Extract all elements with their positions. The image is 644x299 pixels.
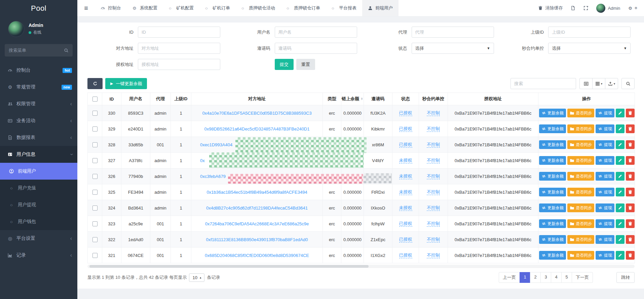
- page-size-dropdown[interactable]: 10 ▴: [189, 273, 204, 282]
- row-checkbox[interactable]: [92, 253, 98, 258]
- delete-button[interactable]: [626, 203, 635, 212]
- status-editable[interactable]: 未授权: [399, 174, 412, 179]
- edit-button[interactable]: [616, 140, 624, 149]
- 是否同步-button[interactable]: 是否同步: [567, 172, 594, 181]
- status-editable[interactable]: 已授权: [399, 221, 412, 227]
- status-editable[interactable]: 已授权: [399, 253, 412, 258]
- sidebar-subitem[interactable]: ○用户钱包: [0, 213, 77, 230]
- fullscreen-button[interactable]: [583, 6, 588, 10]
- status-editable[interactable]: 未授权: [399, 205, 412, 211]
- clear-cache-button[interactable]: 清除缓存: [538, 5, 563, 11]
- 更新余额-button[interactable]: 更新余额: [539, 124, 566, 133]
- 更新余额-button[interactable]: 更新余额: [539, 140, 566, 149]
- control-editable[interactable]: 不控制: [427, 110, 440, 116]
- address-link[interactable]: 0x4a10e70E6a1DF5A5CEBC0d05B1D75C8B388593…: [202, 111, 311, 116]
- row-checkbox[interactable]: [92, 142, 98, 147]
- row-checkbox[interactable]: [92, 237, 98, 242]
- status-editable[interactable]: 已授权: [399, 110, 412, 116]
- page-button[interactable]: 1: [520, 272, 530, 283]
- columns-button[interactable]: ▾: [592, 78, 605, 89]
- column-header[interactable]: 秒合约单控: [419, 93, 448, 105]
- delete-button[interactable]: [626, 124, 635, 133]
- 更新余额-button[interactable]: 更新余额: [539, 109, 566, 117]
- status-editable[interactable]: 已授权: [399, 142, 412, 148]
- 邀请码-input[interactable]: [275, 43, 357, 54]
- 提现-button[interactable]: 提现: [596, 140, 614, 149]
- 对方地址-input[interactable]: [138, 43, 220, 54]
- prev-page-button[interactable]: 上一页: [499, 272, 520, 283]
- topnav-tab[interactable]: ○矿机配置: [163, 0, 199, 16]
- 代理-input[interactable]: [412, 27, 494, 38]
- row-checkbox[interactable]: [92, 221, 98, 226]
- sidebar-item[interactable]: 控制台hot: [0, 62, 77, 79]
- control-editable[interactable]: 不控制: [427, 174, 440, 179]
- address-link[interactable]: 0x7264ba706C9efDA54Ac2668E4c3A7eE686a25c…: [205, 221, 309, 226]
- address-link[interactable]: 0xec1D993A404: [200, 142, 232, 147]
- 提现-button[interactable]: 提现: [596, 203, 614, 212]
- sidebar-item[interactable]: 数据报表‹: [0, 129, 77, 146]
- control-editable[interactable]: 不控制: [427, 253, 440, 258]
- submit-button[interactable]: 提交: [275, 59, 294, 70]
- row-checkbox[interactable]: [92, 174, 98, 179]
- delete-button[interactable]: [626, 172, 635, 181]
- 提现-button[interactable]: 提现: [596, 219, 614, 228]
- 是否同步-button[interactable]: 是否同步: [567, 140, 594, 149]
- row-checkbox[interactable]: [92, 111, 98, 116]
- row-checkbox[interactable]: [92, 205, 98, 211]
- edit-button[interactable]: [616, 188, 624, 196]
- settings-cogs-icon[interactable]: ⚙⚙: [628, 6, 637, 11]
- address-link[interactable]: 0xc3febA679: [200, 174, 226, 179]
- 是否同步-button[interactable]: 是否同步: [567, 219, 594, 228]
- address-link[interactable]: 0x98DB526621a64Dec5cfD324857A487B3FBe240…: [204, 126, 310, 132]
- column-header[interactable]: 链上余额▲▼: [341, 93, 364, 105]
- sidebar-item[interactable]: 业务活动‹: [0, 112, 77, 129]
- menu-search-input[interactable]: 搜索菜单: [5, 44, 73, 57]
- update-all-balance-button[interactable]: ▶ 一键更新余额: [105, 78, 147, 89]
- address-link[interactable]: 0x685D204068C85f0CfED0D060f0e8d8D5390674…: [205, 253, 309, 258]
- delete-button[interactable]: [626, 109, 635, 117]
- sort-icon[interactable]: ▲▼: [361, 98, 363, 101]
- control-editable[interactable]: 不控制: [427, 189, 440, 195]
- edit-button[interactable]: [616, 235, 624, 244]
- delete-button[interactable]: [626, 188, 635, 196]
- delete-button[interactable]: [626, 219, 635, 228]
- 上级ID-input[interactable]: [548, 27, 631, 38]
- page-button[interactable]: 5: [561, 272, 572, 283]
- refresh-button[interactable]: [87, 78, 103, 89]
- 秒合约单控-select[interactable]: 选择▼: [548, 43, 631, 54]
- 提现-button[interactable]: 提现: [596, 251, 614, 260]
- row-checkbox[interactable]: [92, 158, 98, 163]
- 更新余额-button[interactable]: 更新余额: [539, 219, 566, 228]
- table-search-input[interactable]: [510, 78, 576, 89]
- topnav-tab[interactable]: ○平台报表: [326, 0, 362, 16]
- 更新余额-button[interactable]: 更新余额: [539, 188, 566, 196]
- menu-toggle-icon[interactable]: ≡: [77, 0, 95, 16]
- 状态-select[interactable]: 选择▼: [412, 43, 494, 54]
- topnav-tab[interactable]: ○质押锁仓订单: [281, 0, 326, 16]
- 是否同步-button[interactable]: 是否同步: [567, 188, 594, 196]
- status-editable[interactable]: 未授权: [399, 158, 412, 163]
- page-button[interactable]: 2: [530, 272, 541, 283]
- sidebar-item[interactable]: 用户信息‹: [0, 146, 77, 163]
- control-editable[interactable]: 不控制: [427, 158, 440, 163]
- column-header[interactable]: 邀请码: [364, 93, 392, 105]
- 授权地址-input[interactable]: [138, 59, 220, 70]
- delete-button[interactable]: [626, 156, 635, 165]
- edit-button[interactable]: [616, 124, 624, 133]
- edit-button[interactable]: [616, 251, 624, 260]
- detail-view-button[interactable]: [579, 78, 593, 89]
- control-editable[interactable]: 不控制: [427, 142, 440, 148]
- status-editable[interactable]: 已授权: [399, 126, 412, 132]
- sidebar-item[interactable]: 权限管理‹: [0, 96, 77, 112]
- column-header[interactable]: 操作: [538, 93, 635, 105]
- 是否同步-button[interactable]: 是否同步: [567, 156, 594, 165]
- address-link[interactable]: 0x1b36ac1B54ec51b4f8B49a454d6f9a8fACFE34…: [206, 190, 307, 195]
- topnav-tab[interactable]: 控制台: [95, 0, 127, 16]
- sidebar-item[interactable]: ◎平台设置‹: [0, 230, 77, 247]
- 是否同步-button[interactable]: 是否同步: [567, 109, 594, 117]
- column-header[interactable]: 对方地址: [191, 93, 323, 105]
- sidebar-subitem[interactable]: 前端用户: [0, 163, 77, 180]
- edit-button[interactable]: [616, 156, 624, 165]
- column-header[interactable]: 状态: [392, 93, 419, 105]
- select-all-checkbox[interactable]: [92, 97, 98, 102]
